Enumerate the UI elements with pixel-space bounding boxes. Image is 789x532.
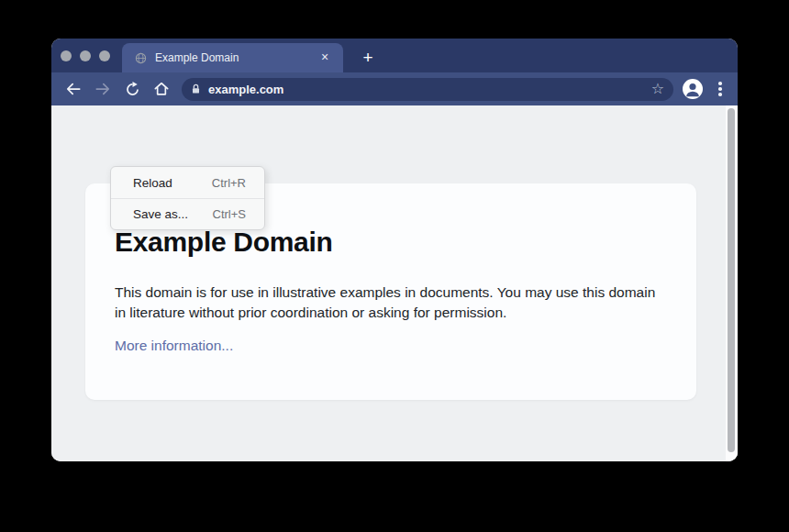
menu-item-save-as[interactable]: Save as... Ctrl+S bbox=[111, 198, 264, 229]
window-titlebar: Example Domain × + bbox=[51, 39, 738, 72]
url-text[interactable]: example.com bbox=[208, 83, 651, 96]
new-tab-button[interactable]: + bbox=[354, 44, 382, 72]
kebab-dot bbox=[718, 87, 722, 91]
page-viewport: Example Domain This domain is for use in… bbox=[51, 105, 738, 461]
globe-favicon-icon bbox=[135, 52, 147, 64]
tab-title: Example Domain bbox=[155, 51, 317, 64]
window-close-button[interactable] bbox=[61, 50, 72, 61]
back-arrow-icon bbox=[64, 80, 83, 98]
browser-menu-button[interactable] bbox=[712, 79, 728, 99]
page-paragraph: This domain is for use in illustrative e… bbox=[115, 283, 658, 323]
address-bar[interactable]: example.com ☆ bbox=[182, 78, 673, 101]
menu-item-shortcut: Ctrl+R bbox=[212, 176, 246, 190]
reload-button[interactable] bbox=[117, 74, 147, 104]
menu-item-shortcut: Ctrl+S bbox=[213, 207, 246, 221]
kebab-dot bbox=[718, 82, 722, 85]
back-button[interactable] bbox=[59, 74, 88, 104]
menu-item-reload[interactable]: Reload Ctrl+R bbox=[111, 167, 264, 198]
scrollbar-track[interactable] bbox=[726, 105, 738, 461]
more-information-link[interactable]: More information... bbox=[115, 338, 233, 354]
bookmark-star-icon[interactable]: ☆ bbox=[651, 82, 664, 96]
person-icon bbox=[683, 79, 703, 99]
window-minimize-button[interactable] bbox=[80, 50, 91, 61]
lock-icon bbox=[190, 83, 202, 95]
scrollbar-thumb[interactable] bbox=[728, 108, 735, 452]
home-button[interactable] bbox=[147, 74, 176, 104]
browser-window: Example Domain × + bbox=[51, 39, 738, 461]
tab-close-icon[interactable]: × bbox=[317, 50, 332, 65]
home-icon bbox=[152, 80, 171, 98]
context-menu: Reload Ctrl+R Save as... Ctrl+S bbox=[110, 166, 265, 230]
menu-item-label: Reload bbox=[133, 176, 172, 190]
forward-button[interactable] bbox=[88, 74, 117, 104]
reload-icon bbox=[124, 81, 141, 98]
forward-arrow-icon bbox=[94, 80, 112, 98]
page-title: Example Domain bbox=[115, 226, 667, 259]
navigation-toolbar: example.com ☆ bbox=[51, 72, 738, 105]
traffic-lights bbox=[61, 50, 110, 61]
profile-avatar-button[interactable] bbox=[683, 79, 703, 99]
menu-item-label: Save as... bbox=[133, 207, 188, 221]
browser-tab[interactable]: Example Domain × bbox=[122, 43, 343, 72]
kebab-dot bbox=[718, 93, 722, 96]
window-zoom-button[interactable] bbox=[99, 50, 110, 61]
